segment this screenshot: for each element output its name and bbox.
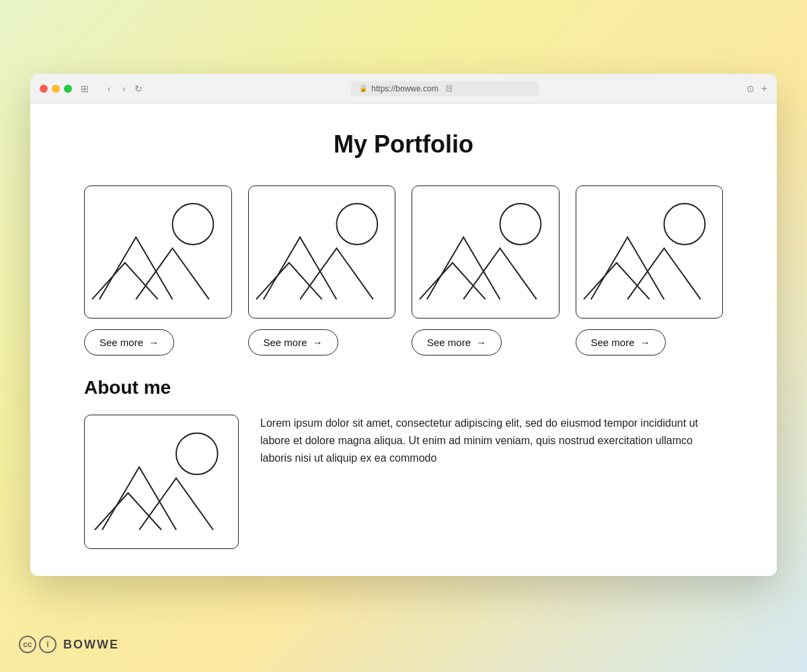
portfolio-image-1	[84, 185, 232, 319]
traffic-lights	[40, 85, 72, 93]
portfolio-item-2: See more →	[248, 185, 396, 355]
footer-watermark: cc i BOWWE	[19, 636, 119, 653]
portfolio-image-4	[576, 185, 724, 319]
portfolio-image-3	[412, 185, 560, 319]
forward-icon[interactable]: ›	[118, 83, 130, 95]
see-more-label-4: See more	[591, 337, 635, 348]
arrow-icon-1: →	[149, 337, 159, 348]
see-more-label-1: See more	[100, 337, 143, 348]
bowwe-brand: BOWWE	[63, 638, 119, 652]
svg-point-1	[336, 204, 377, 245]
about-section: About me Lorem ipsum dolor sit amet, con…	[84, 377, 723, 549]
see-more-button-3[interactable]: See more →	[412, 329, 502, 355]
about-text: Lorem ipsum dolor sit amet, consectetur …	[260, 415, 723, 468]
titlebar-right-controls: ⊙ +	[746, 83, 767, 95]
arrow-icon-2: →	[313, 337, 323, 348]
about-title: About me	[84, 377, 723, 398]
nav-arrows: ‹ › ↻	[103, 83, 145, 95]
sidebar-toggle-icon[interactable]: ⊞	[79, 83, 91, 95]
maximize-button[interactable]	[64, 85, 72, 93]
see-more-label-3: See more	[427, 337, 471, 348]
portfolio-grid: See more → See more →	[84, 185, 723, 355]
browser-window: ⊞ ‹ › ↻ 🔒 https://bowwe.com ⛓ ⊙ + My Por…	[30, 74, 777, 576]
cc-icon: cc	[19, 636, 36, 653]
portfolio-image-2	[248, 185, 396, 319]
person-badge-icon: i	[39, 636, 56, 653]
portfolio-item-4: See more →	[576, 185, 724, 355]
about-image	[84, 415, 239, 549]
see-more-button-4[interactable]: See more →	[576, 329, 666, 355]
svg-point-3	[664, 204, 705, 245]
about-content: Lorem ipsum dolor sit amet, consectetur …	[84, 415, 723, 549]
arrow-icon-4: →	[640, 337, 650, 348]
refresh-icon[interactable]: ↻	[132, 83, 145, 95]
url-text: https://bowwe.com	[371, 84, 438, 93]
close-button[interactable]	[40, 85, 48, 93]
svg-point-2	[500, 204, 541, 245]
see-more-label-2: See more	[264, 337, 307, 348]
svg-point-4	[176, 433, 218, 474]
new-tab-icon[interactable]: +	[761, 83, 767, 95]
cc-badge: cc i	[19, 636, 56, 653]
svg-point-0	[172, 204, 213, 245]
see-more-button-2[interactable]: See more →	[248, 329, 338, 355]
page-title: My Portfolio	[84, 130, 723, 159]
url-bar[interactable]: 🔒 https://bowwe.com ⛓	[351, 81, 539, 96]
share-icon: ⛓	[445, 84, 453, 93]
lock-icon: 🔒	[359, 85, 367, 92]
arrow-icon-3: →	[476, 337, 486, 348]
browser-titlebar: ⊞ ‹ › ↻ 🔒 https://bowwe.com ⛓ ⊙ +	[30, 74, 777, 103]
minimize-button[interactable]	[52, 85, 60, 93]
portfolio-item-1: See more →	[84, 185, 232, 355]
back-icon[interactable]: ‹	[103, 83, 115, 95]
portfolio-item-3: See more →	[412, 185, 560, 355]
page-content: My Portfolio See more →	[30, 103, 777, 576]
address-bar: 🔒 https://bowwe.com ⛓	[151, 81, 740, 96]
see-more-button-1[interactable]: See more →	[84, 329, 174, 355]
person-icon[interactable]: ⊙	[746, 83, 755, 94]
